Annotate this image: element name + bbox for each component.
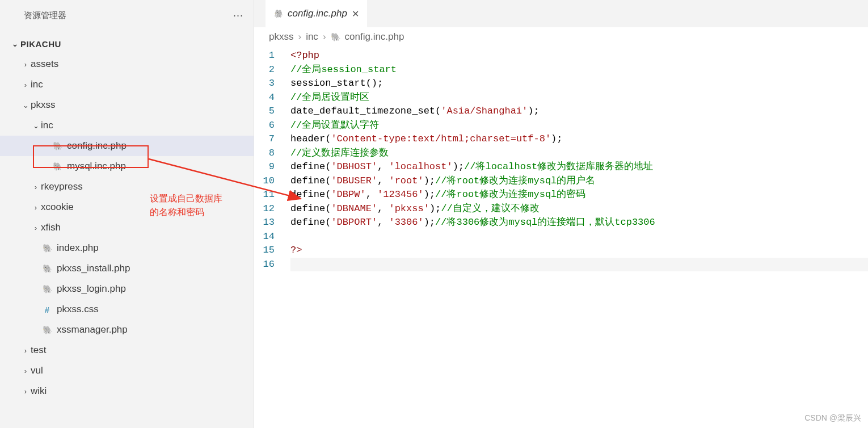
tab-bar: 🐘 config.inc.php ✕	[254, 0, 868, 27]
chevron-right-icon: ›	[31, 183, 41, 191]
chevron-right-icon: ›	[323, 31, 326, 43]
chevron-down-icon: ⌄	[10, 40, 20, 48]
tree-item-label: rkeypress	[41, 181, 83, 192]
tab-config-inc-php[interactable]: 🐘 config.inc.php ✕	[266, 0, 367, 27]
line-number-gutter: 12345678 910111213141516	[254, 49, 290, 271]
tree-item-label: inc	[31, 79, 43, 90]
tree-item-pkxss-login-php[interactable]: ›🐘pkxss_login.php	[0, 279, 254, 299]
chevron-right-icon: ›	[20, 60, 31, 69]
watermark: CSDN @梁辰兴	[804, 413, 861, 423]
sidebar-title: 资源管理器	[24, 10, 66, 21]
chevron-right-icon: ›	[20, 367, 31, 375]
tree-item-label: xssmanager.php	[57, 324, 128, 335]
tree-item-index-php[interactable]: ›🐘index.php	[0, 238, 254, 258]
chevron-right-icon: ›	[298, 31, 301, 43]
tree-item-pkxss-css[interactable]: ›#pkxss.css	[0, 299, 254, 320]
php-icon: 🐘	[41, 244, 53, 253]
tree-root[interactable]: ⌄ PIKACHU	[0, 33, 254, 54]
php-icon: 🐘	[331, 32, 340, 41]
tree-item-xfish[interactable]: ›xfish	[0, 217, 254, 238]
tree-item-pkxss-install-php[interactable]: ›🐘pkxss_install.php	[0, 258, 254, 279]
php-icon: 🐘	[41, 325, 53, 334]
tree-item-xssmanager-php[interactable]: ›🐘xssmanager.php	[0, 320, 254, 340]
tree-item-label: vul	[31, 365, 43, 376]
breadcrumb-part[interactable]: pkxss	[269, 31, 293, 43]
php-icon: 🐘	[41, 264, 53, 273]
css-icon: #	[41, 305, 53, 314]
tree-item-vul[interactable]: ›vul	[0, 360, 254, 381]
tree-item-mysql-inc-php[interactable]: ›🐘mysql.inc.php	[0, 156, 254, 177]
tree-item-label: test	[31, 345, 46, 356]
close-icon[interactable]: ✕	[352, 9, 359, 19]
tree-item-label: pkxss_login.php	[57, 283, 126, 295]
chevron-right-icon: ›	[20, 81, 31, 89]
tree-item-config-inc-php[interactable]: ›🐘config.inc.php	[0, 136, 254, 156]
tree-item-label: inc	[41, 120, 53, 131]
tree-item-label: mysql.inc.php	[67, 161, 126, 172]
editor-pane: 🐘 config.inc.php ✕ pkxss › inc › 🐘 confi…	[254, 0, 868, 428]
tree-item-label: xcookie	[41, 202, 74, 213]
tree-item-label: xfish	[41, 222, 61, 233]
php-icon: 🐘	[273, 9, 283, 18]
tree-item-wiki[interactable]: ›wiki	[0, 381, 254, 401]
tree-item-label: assets	[31, 58, 58, 70]
sidebar-header: 资源管理器 ···	[0, 0, 254, 31]
tree-item-label: pkxss_install.php	[57, 263, 130, 274]
breadcrumb-part[interactable]: config.inc.php	[345, 31, 404, 43]
tree-root-label: PIKACHU	[20, 39, 61, 49]
chevron-down-icon: ⌄	[20, 101, 31, 110]
code-content[interactable]: <?php //全局session_start session_start();…	[290, 49, 868, 271]
tree-item-assets[interactable]: ›assets	[0, 54, 254, 74]
chevron-right-icon: ›	[20, 346, 31, 355]
tree-item-label: pkxss.css	[57, 304, 99, 315]
tree-item-inc[interactable]: ›inc	[0, 74, 254, 95]
tree-item-pkxss[interactable]: ⌄pkxss	[0, 95, 254, 115]
php-icon: 🐘	[51, 141, 64, 150]
tree-item-test[interactable]: ›test	[0, 340, 254, 360]
chevron-right-icon: ›	[31, 224, 41, 232]
chevron-right-icon: ›	[31, 203, 41, 212]
chevron-right-icon: ›	[20, 387, 31, 396]
php-icon: 🐘	[41, 284, 53, 293]
php-icon: 🐘	[51, 162, 64, 171]
more-actions-icon[interactable]: ···	[233, 10, 243, 22]
tree-item-inc[interactable]: ⌄inc	[0, 115, 254, 136]
explorer-sidebar: 资源管理器 ··· ⌄ PIKACHU ›assets›inc⌄pkxss⌄in…	[0, 0, 254, 428]
breadcrumb[interactable]: pkxss › inc › 🐘 config.inc.php	[254, 27, 868, 47]
chevron-down-icon: ⌄	[31, 121, 41, 130]
tree-item-label: config.inc.php	[67, 140, 127, 152]
file-tree: ⌄ PIKACHU ›assets›inc⌄pkxss⌄inc›🐘config.…	[0, 31, 254, 428]
breadcrumb-part[interactable]: inc	[306, 31, 318, 43]
code-editor[interactable]: 12345678 910111213141516 <?php //全局sessi…	[254, 47, 868, 271]
tree-item-label: pkxss	[31, 99, 55, 111]
tree-item-label: index.php	[57, 242, 99, 254]
annotation-text: 设置成自己数据库 的名称和密码	[150, 192, 222, 219]
tree-item-label: wiki	[31, 385, 47, 397]
tab-label: config.inc.php	[288, 8, 347, 19]
